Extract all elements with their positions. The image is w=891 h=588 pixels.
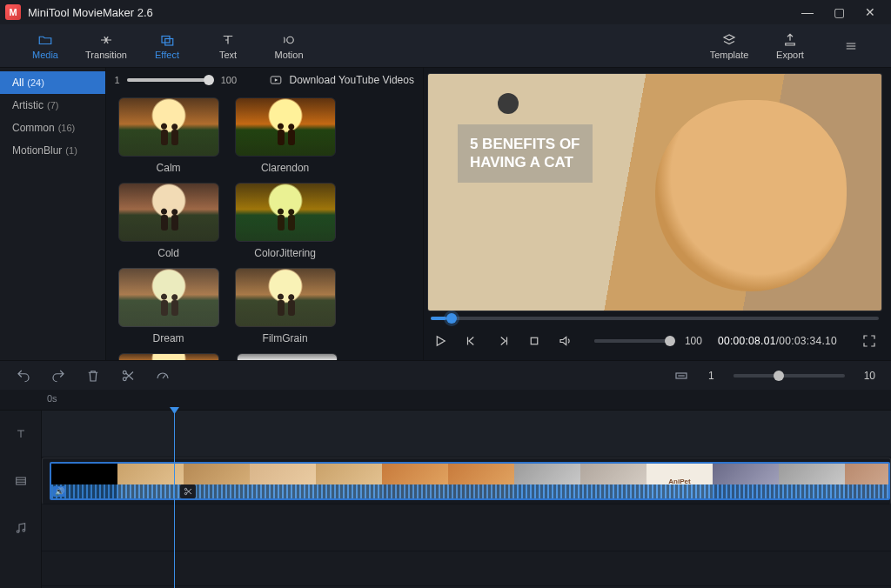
tab-motion[interactable]: Motion	[265, 32, 313, 60]
effect-card-calm[interactable]: Calm	[118, 97, 219, 174]
window-maximize-button[interactable]: ▢	[823, 0, 854, 24]
timeline-zoom-max: 10	[864, 370, 875, 382]
effect-card-cold[interactable]: Cold	[118, 183, 219, 259]
fullscreen-button[interactable]	[861, 333, 877, 349]
track-header-audio[interactable]	[0, 504, 41, 551]
effect-card-colorjittering[interactable]: ColorJittering	[235, 183, 336, 259]
effect-category-sidebar: All (24) Artistic (7) Common (16) Motion…	[0, 68, 106, 360]
fit-icon	[673, 368, 689, 384]
window-minimize-button[interactable]: —	[792, 0, 823, 24]
motion-icon	[281, 32, 297, 48]
tab-template[interactable]: Template	[705, 32, 754, 60]
tab-text[interactable]: Text	[204, 32, 252, 60]
video-track[interactable]: AniPet 🔊	[42, 458, 891, 504]
tab-transition[interactable]: Transition	[82, 32, 131, 60]
sidebar-item-count: (1)	[65, 145, 77, 156]
sidebar-item-motionblur[interactable]: MotionBlur (1)	[0, 139, 105, 162]
export-icon	[782, 32, 798, 48]
effect-thumbnail	[118, 268, 219, 327]
scissors-icon	[183, 486, 193, 497]
sidebar-item-label: Artistic	[12, 99, 44, 111]
effect-label: ColorJittering	[254, 247, 316, 259]
extra-track[interactable]	[42, 551, 891, 586]
sidebar-item-common[interactable]: Common (16)	[0, 117, 105, 139]
track-header-video[interactable]	[0, 458, 41, 504]
text-track[interactable]	[42, 411, 891, 458]
next-frame-button[interactable]	[495, 333, 511, 349]
svg-rect-0	[162, 36, 170, 43]
preview-video[interactable]: 5 BENEFITS OF HAVING A CAT	[427, 73, 882, 311]
redo-button[interactable]	[50, 368, 66, 384]
sidebar-item-count: (24)	[27, 77, 44, 88]
menu-icon	[843, 38, 859, 54]
preview-seek-bar[interactable]	[427, 311, 882, 327]
next-frame-icon	[495, 333, 511, 349]
tab-label: Motion	[274, 50, 303, 60]
titlebar: M MiniTool MovieMaker 2.6 — ▢ ✕	[0, 0, 891, 24]
timecode-total: 00:03:34.10	[779, 335, 837, 347]
split-button[interactable]	[120, 368, 136, 384]
effect-card-partial[interactable]	[237, 353, 338, 360]
video-track-icon	[14, 474, 28, 488]
timeline-toolbar: 1 10	[0, 360, 891, 390]
tab-label: Text	[219, 50, 237, 60]
track-lanes: AniPet 🔊	[42, 411, 891, 588]
audio-track[interactable]	[42, 504, 891, 551]
app-logo: M	[5, 4, 21, 20]
effect-card-dream[interactable]: Dream	[118, 268, 219, 344]
clip-audio-waveform	[51, 484, 888, 498]
download-youtube-label: Download YouTube Videos	[289, 74, 413, 86]
speed-button[interactable]	[155, 368, 171, 384]
prev-frame-button[interactable]	[464, 333, 479, 349]
speaker-icon	[558, 333, 573, 349]
video-clip[interactable]: AniPet 🔊	[50, 462, 890, 500]
hamburger-menu-button[interactable]	[827, 32, 875, 60]
volume-button[interactable]	[558, 333, 573, 349]
window-close-button[interactable]: ✕	[854, 0, 886, 24]
tab-export[interactable]: Export	[766, 32, 814, 60]
effect-thumbnail	[235, 183, 336, 242]
preview-zoom-value: 100	[685, 335, 702, 347]
sidebar-item-label: MotionBlur	[12, 144, 62, 157]
fit-timeline-button[interactable]	[673, 368, 689, 384]
redo-icon	[50, 368, 66, 384]
effect-card-clarendon[interactable]: Clarendon	[235, 97, 336, 174]
transition-icon	[98, 32, 114, 48]
stop-button[interactable]	[526, 333, 542, 349]
undo-button[interactable]	[16, 368, 31, 384]
effect-card-filmgrain[interactable]: FilmGrain	[235, 268, 336, 344]
effect-label: Cold	[157, 247, 179, 259]
effect-thumbnail	[235, 97, 336, 157]
svg-rect-1	[165, 38, 173, 45]
sidebar-item-all[interactable]: All (24)	[0, 71, 105, 94]
youtube-icon	[268, 74, 284, 86]
thumb-size-min: 1	[115, 75, 120, 85]
preview-zoom-slider[interactable]	[594, 339, 669, 343]
thumb-size-slider[interactable]	[127, 78, 214, 82]
sidebar-item-artistic[interactable]: Artistic (7)	[0, 94, 105, 117]
sidebar-item-count: (16)	[58, 123, 76, 133]
play-button[interactable]	[432, 333, 448, 349]
svg-point-9	[17, 531, 19, 533]
timeline-zoom-slider[interactable]	[734, 374, 845, 378]
trash-icon	[85, 368, 101, 384]
timeline-ruler[interactable]: 0s	[0, 390, 891, 411]
text-track-icon	[14, 427, 28, 441]
effect-grid-panel: 1 100 Download YouTube Videos Calm Clare…	[106, 68, 423, 360]
effect-card-partial[interactable]	[118, 353, 219, 360]
track-header-text[interactable]	[0, 411, 41, 458]
overlay-logo-icon	[498, 93, 519, 114]
clip-split-marker[interactable]	[180, 484, 196, 498]
timeline-playhead[interactable]	[174, 411, 175, 588]
effect-label: Dream	[153, 332, 184, 344]
tab-effect[interactable]: Effect	[143, 32, 191, 60]
effect-thumbnail	[237, 353, 338, 360]
tab-media[interactable]: Media	[21, 32, 70, 60]
download-youtube-link[interactable]: Download YouTube Videos	[268, 74, 413, 86]
timeline: 0s AniPet	[0, 390, 891, 588]
sidebar-item-label: All	[12, 77, 23, 89]
effect-label: FilmGrain	[263, 332, 308, 344]
delete-button[interactable]	[85, 368, 101, 384]
track-headers	[0, 411, 42, 588]
effect-label: Clarendon	[261, 162, 309, 174]
